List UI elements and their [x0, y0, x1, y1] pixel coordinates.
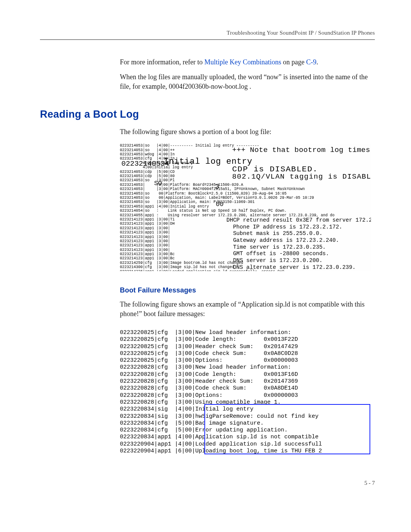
so-tag: SO	[154, 180, 162, 187]
boot-failure-lead: The following figure shows an example of…	[120, 300, 375, 319]
page-number: 5 - 7	[40, 480, 375, 486]
page-ref-link[interactable]: C-9	[306, 58, 316, 66]
boot-failure-log: 0223220825|cfg |3|00|New load header inf…	[120, 329, 371, 457]
section-heading-boot-log: Reading a Boot Log	[40, 109, 375, 120]
intro-text-a: For more information, refer to	[120, 58, 204, 66]
timestamp-large-tag: 02232140534	[121, 160, 169, 168]
multiple-key-combinations-link[interactable]: Multiple Key Combinations	[204, 58, 281, 66]
code-00-tag: 00	[216, 201, 223, 208]
level-3-tag: 3	[215, 182, 219, 191]
boot-failure-figure: 0223220825|cfg |3|00|New load header inf…	[120, 329, 371, 457]
intro-para-1: For more information, refer to Multiple …	[120, 58, 375, 67]
boot-log-figure: 0223214053|so |4|00|---------- Initial l…	[120, 144, 371, 271]
intro-para-2: When the log files are manually uploaded…	[120, 72, 375, 91]
running-header: Troubleshooting Your SoundPoint IP / Sou…	[40, 30, 375, 36]
intro-text-b: on page	[281, 58, 306, 66]
boot-log-lead: The following figure shows a portion of …	[120, 127, 375, 137]
dhcp-result-block: DHCP returned result 0x3E7 from server 1…	[226, 217, 371, 272]
intro-text-c: .	[316, 58, 318, 66]
subsection-heading-boot-failure: Boot Failure Messages	[120, 286, 375, 294]
